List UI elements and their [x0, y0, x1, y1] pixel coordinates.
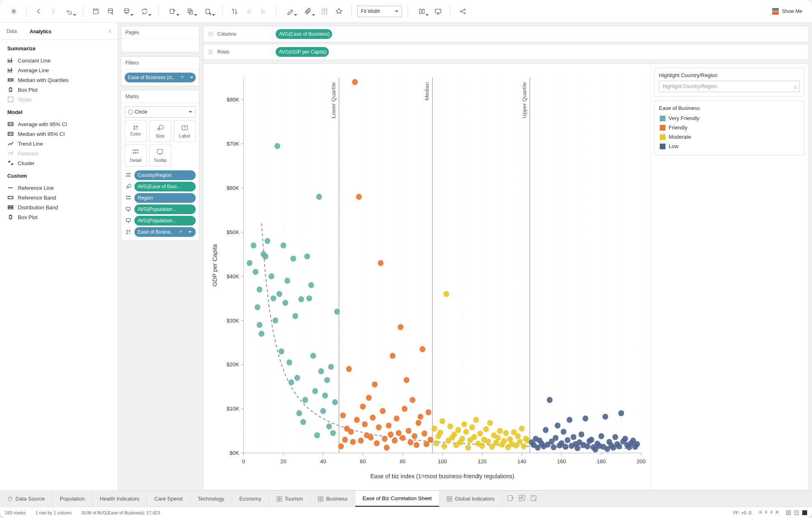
svg-point-194	[285, 278, 290, 284]
median-quartiles[interactable]: Median with Quartiles	[7, 75, 110, 85]
rows-shelf[interactable]: Rows AVG(GDP per Capita)	[203, 44, 809, 60]
shelves-column: Pages Filters Ease of Business (cl.. Mar…	[118, 23, 203, 490]
show-me-button[interactable]: Show Me	[770, 6, 805, 16]
sheet-tab[interactable]: Business	[311, 491, 355, 507]
highlight-button[interactable]	[282, 5, 298, 18]
svg-point-321	[543, 427, 549, 433]
cluster[interactable]: Cluster	[7, 158, 110, 168]
svg-point-337	[574, 445, 580, 451]
svg-point-89	[128, 196, 129, 197]
svg-point-34	[464, 13, 465, 14]
svg-text:200: 200	[637, 458, 646, 464]
dist-band[interactable]: Distribution Band	[7, 202, 110, 212]
mark-pill-row[interactable]: Country/Region	[125, 170, 196, 180]
avg-95-ci[interactable]: Average with 95% CI	[7, 119, 110, 129]
pager[interactable]	[758, 510, 780, 515]
svg-point-184	[263, 254, 268, 260]
tab-data[interactable]: Data	[0, 23, 23, 39]
pause-updates-button[interactable]	[119, 5, 135, 18]
collapse-side-panel[interactable]	[105, 26, 115, 36]
svg-rect-376	[321, 499, 323, 501]
svg-point-274	[447, 423, 453, 430]
svg-point-283	[465, 445, 471, 451]
marks-color[interactable]: Color	[125, 120, 147, 142]
show-cards-button[interactable]	[414, 5, 430, 18]
new-worksheet-button[interactable]	[164, 5, 181, 18]
pages-shelf[interactable]	[121, 39, 199, 52]
filter-pill-ease-of-business[interactable]: Ease of Business (cl..	[125, 73, 196, 82]
sort-desc-button[interactable]	[257, 5, 270, 18]
attach-button[interactable]	[300, 5, 316, 18]
svg-point-192	[281, 243, 286, 249]
svg-point-335	[570, 434, 576, 440]
custom-box-plot[interactable]: Box Plot	[7, 212, 110, 222]
new-story-button[interactable]	[530, 494, 537, 503]
new-dashboard-button[interactable]	[518, 494, 526, 503]
trend-line[interactable]: Trend Line	[7, 139, 110, 148]
legend-item[interactable]: Low	[659, 142, 800, 151]
sheet-tab[interactable]: Technology	[190, 491, 232, 507]
svg-point-33	[464, 9, 465, 10]
rows-pill[interactable]: AVG(GDP per Capita)	[276, 47, 329, 57]
sheet-tab[interactable]: Tourism	[269, 491, 311, 507]
view-mode-icons[interactable]	[786, 510, 807, 515]
sort-asc-button[interactable]	[243, 5, 256, 18]
tab-analytics[interactable]: Analytics	[23, 23, 58, 39]
new-sheet-button[interactable]	[507, 494, 514, 503]
svg-point-234	[366, 395, 371, 401]
refresh-button[interactable]	[136, 5, 153, 18]
sheet-tab[interactable]: Global Indicators	[439, 491, 502, 507]
pin-button[interactable]	[333, 5, 346, 18]
med-95-ci[interactable]: Median with 95% CI	[7, 129, 110, 139]
mark-pill-row[interactable]: AVG(Population ..	[125, 204, 196, 214]
new-datasource-button[interactable]	[104, 5, 117, 18]
mark-pill-row[interactable]: AVG(Ease of Busi..	[125, 182, 196, 191]
marks-detail[interactable]: Detail	[125, 144, 147, 166]
sheet-tab[interactable]: Economy	[232, 491, 269, 507]
marks-type-select[interactable]: Circle	[125, 106, 196, 118]
swap-button[interactable]	[228, 5, 241, 18]
marks-tooltip[interactable]: Tooltip	[149, 144, 171, 166]
svg-point-240	[378, 260, 384, 266]
share-button[interactable]	[456, 5, 469, 18]
save-button[interactable]	[89, 5, 102, 18]
constant-line[interactable]: Constant Line	[7, 56, 110, 65]
text-annotate-button[interactable]: T	[318, 5, 331, 18]
average-line[interactable]: Average Line	[7, 65, 110, 75]
marks-label[interactable]: T Label	[174, 120, 196, 142]
mark-pill-row[interactable]: AVG(Population ..	[125, 216, 196, 226]
svg-point-298	[495, 435, 501, 441]
chart-zone[interactable]: Lower QuartileMedianUpper Quartile$0K$10…	[203, 64, 650, 490]
svg-point-239	[376, 424, 382, 430]
ref-line[interactable]: Reference Line	[7, 183, 110, 193]
svg-point-325	[551, 444, 556, 450]
label-icon: T	[181, 124, 189, 132]
legend-item[interactable]: Very Friendly	[659, 114, 800, 123]
ref-band[interactable]: Reference Band	[7, 193, 110, 202]
columns-pill[interactable]: AVG(Ease of Business)	[276, 29, 332, 39]
legend-item[interactable]: Friendly	[659, 123, 800, 132]
sheet-tab[interactable]: Health Indicators	[93, 491, 147, 507]
box-plot[interactable]: Box Plot	[7, 85, 110, 95]
forward-button[interactable]	[47, 5, 60, 18]
highlight-input[interactable]: Highlight Country/Region	[659, 81, 800, 92]
sheet-tab[interactable]: Care Spend	[147, 491, 190, 507]
tab-data-source[interactable]: Data Source	[0, 491, 52, 507]
back-button[interactable]	[32, 5, 45, 18]
mark-pill-row[interactable]: Region	[125, 193, 196, 203]
undo-dropdown[interactable]	[61, 5, 78, 18]
sheet-tab[interactable]: Ease of Biz Correlation Sheet	[355, 491, 440, 507]
presentation-button[interactable]	[432, 5, 445, 18]
columns-shelf[interactable]: Columns AVG(Ease of Business)	[203, 26, 809, 42]
filters-shelf[interactable]: Ease of Business (cl..	[121, 69, 199, 86]
marks-size[interactable]: Size	[149, 120, 171, 142]
analytics-list: Summarize Constant Line Average Line Med…	[0, 40, 117, 232]
mark-pill-row[interactable]: Ease of Busine..	[125, 227, 196, 237]
svg-rect-379	[447, 499, 449, 501]
clear-sheet-button[interactable]	[200, 5, 216, 18]
fit-select[interactable]: Fit Width	[357, 6, 402, 17]
sheet-tab[interactable]: Population	[52, 491, 92, 507]
duplicate-button[interactable]	[182, 5, 199, 18]
legend-item[interactable]: Moderate	[659, 132, 800, 142]
legend-title: Ease of Business	[659, 105, 800, 111]
